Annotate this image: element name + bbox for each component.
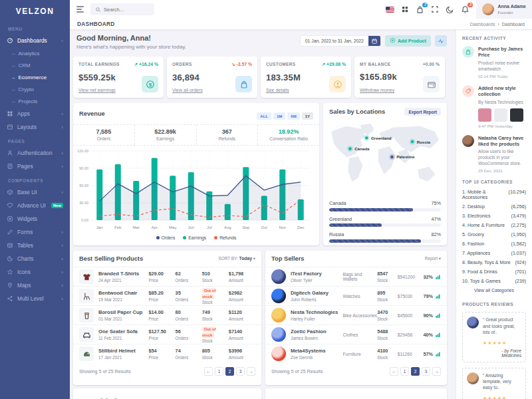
breadcrumb-item[interactable]: Dashboards bbox=[470, 22, 495, 27]
product-row[interactable]: Branded T-Shirts24 Apr 2021$29.00Price62… bbox=[73, 267, 261, 286]
stat-card-link[interactable]: View all orders bbox=[172, 88, 203, 92]
sidebar-item-layouts[interactable]: Layouts› bbox=[0, 120, 70, 134]
view-all-categories-link[interactable]: View all Categories bbox=[462, 288, 526, 293]
category-name: 10. Toys & Games bbox=[462, 279, 501, 284]
cart-icon[interactable]: 7 bbox=[416, 5, 424, 14]
multilevel-icon bbox=[7, 295, 13, 302]
date-range-picker[interactable]: 01 Jan, 2022 to 31 Jan, 2022 bbox=[300, 35, 381, 47]
seller-row[interactable]: iTest FactoryOliver TylerBags and Wallet… bbox=[265, 267, 447, 286]
range-button-all[interactable]: ALL bbox=[257, 112, 271, 120]
stat-card-link[interactable]: View net earnings bbox=[78, 88, 116, 92]
pagination-page-1[interactable]: 1 bbox=[215, 367, 223, 376]
category-row[interactable]: 2. Desktop(6,256) bbox=[462, 204, 526, 209]
location-percent: 82% bbox=[431, 231, 441, 237]
pagination-page-3[interactable]: 3 bbox=[422, 367, 430, 376]
notification-badge: 3 bbox=[467, 3, 473, 7]
sidebar-subitem-projects[interactable]: –Projects bbox=[0, 95, 70, 107]
stat-card-link[interactable]: See details bbox=[266, 88, 289, 92]
product-image[interactable] bbox=[478, 108, 491, 122]
stat-card-label: CUSTOMERS bbox=[266, 62, 295, 66]
language-flag-icon[interactable] bbox=[386, 7, 394, 13]
svg-text:Sep: Sep bbox=[242, 225, 249, 229]
sidebar-item-dashboards[interactable]: Dashboards› bbox=[0, 34, 70, 47]
product-row[interactable]: Borosil Paper Cup01 Mar 2021$14.00Price8… bbox=[73, 305, 261, 325]
category-row[interactable]: 5. Grocery(1,950) bbox=[462, 232, 526, 237]
sidebar-item-base-ui[interactable]: Base UI› bbox=[0, 186, 70, 199]
range-button-1y[interactable]: 1Y bbox=[302, 112, 313, 120]
menu-toggle-button[interactable] bbox=[76, 6, 84, 13]
product-image[interactable] bbox=[494, 108, 507, 122]
apps-grid-icon[interactable] bbox=[401, 5, 409, 13]
product-row[interactable]: Stillbird Helmet17 Jan 2021$54Price74Ord… bbox=[73, 344, 261, 363]
notifications-bell-icon[interactable]: 3 bbox=[461, 5, 469, 14]
pagination-page-3[interactable]: 3 bbox=[236, 367, 245, 376]
sidebar-item-pages[interactable]: Pages› bbox=[0, 160, 70, 173]
sidebar-item-icons[interactable]: Icons› bbox=[0, 265, 70, 279]
category-row[interactable]: 1. Mobile & Accessories(10,294) bbox=[462, 190, 526, 200]
product-orders: 35Orders bbox=[176, 290, 202, 302]
sidebar-item-maps[interactable]: Maps› bbox=[0, 279, 70, 292]
review-text: “ Amazing template, very easy to.. bbox=[483, 372, 521, 391]
sidebar-item-multi-level[interactable]: Multi Level› bbox=[0, 292, 70, 305]
sidebar-item-authentication[interactable]: Authentication› bbox=[0, 146, 70, 160]
sidebar-item-advance-ui[interactable]: Advance UINew bbox=[0, 199, 70, 212]
sidebar-subitem-analytics[interactable]: –Analytics bbox=[0, 47, 70, 59]
shopping-bag-icon bbox=[465, 49, 471, 55]
sidebar-subitem-crm[interactable]: –CRM bbox=[0, 59, 70, 71]
report-dropdown[interactable]: Report ▾ bbox=[425, 256, 441, 261]
seller-row[interactable]: Zoetic FashionJames BowenClothes5488Stoc… bbox=[265, 325, 447, 344]
pagination-page-2[interactable]: 2 bbox=[225, 367, 234, 376]
sidebar-item-tables[interactable]: Tables› bbox=[0, 239, 70, 252]
review-author: - by Force Medicines bbox=[483, 348, 521, 358]
activity-shortcut-button[interactable] bbox=[435, 35, 447, 47]
search-input[interactable] bbox=[104, 7, 150, 13]
revenue-legend: OrdersEarningsRefunds bbox=[73, 235, 319, 240]
results-summary: Showing 5 of 25 Results bbox=[79, 368, 131, 374]
stat-card-link[interactable]: Withdraw money bbox=[360, 88, 394, 92]
shopping-bag-icon bbox=[462, 46, 474, 58]
seller-owner: James Bowen bbox=[291, 336, 342, 340]
category-row[interactable]: 10. Toys & Games(239) bbox=[462, 279, 526, 284]
category-row[interactable]: 9. Food & Drinks(701) bbox=[462, 269, 526, 275]
star-rating: ★★★★★★ bbox=[483, 396, 507, 399]
pagination-prev[interactable]: ← bbox=[204, 367, 213, 376]
sidebar-item-charts[interactable]: Charts› bbox=[0, 252, 70, 265]
search-box[interactable] bbox=[90, 3, 154, 15]
pagination-next[interactable]: → bbox=[432, 367, 441, 376]
product-image[interactable] bbox=[510, 108, 523, 122]
sidebar-subitem-crypto[interactable]: –Crypto bbox=[0, 83, 70, 95]
category-row[interactable]: 3. Electronics(3,479) bbox=[462, 213, 526, 219]
sidebar-item-forms[interactable]: Forms› bbox=[0, 225, 70, 239]
category-row[interactable]: 4. Home & Furniture(2,275) bbox=[462, 223, 526, 228]
sort-by-control[interactable]: SORT BY: Today ▾ bbox=[218, 256, 255, 261]
sidebar-item-widgets[interactable]: Widgets bbox=[0, 212, 70, 225]
user-menu[interactable]: Anna Adame Founder bbox=[476, 0, 532, 19]
greeting: Good Morning, Anna! Here's what's happen… bbox=[76, 34, 186, 50]
calendar-icon[interactable] bbox=[368, 35, 380, 47]
seller-row[interactable]: Digitech GalaxyJohn RobertsWatches895Sto… bbox=[265, 286, 447, 305]
category-row[interactable]: 8. Beauty, Toys & More(924) bbox=[462, 260, 526, 265]
range-button-6m[interactable]: 6M bbox=[287, 112, 299, 120]
product-row[interactable]: One Seater Sofa11 Feb 2021$127.50Price56… bbox=[73, 325, 261, 344]
pagination-prev[interactable]: ← bbox=[390, 367, 398, 376]
forms-icon bbox=[7, 229, 13, 235]
breadcrumb-item[interactable]: Dashboard bbox=[502, 22, 525, 27]
sidebar-subitem-label: Projects bbox=[18, 98, 37, 104]
export-report-button[interactable]: Export Report bbox=[404, 108, 441, 116]
seller-row[interactable]: Nesta TechnologiesHarley FullerBike Acce… bbox=[265, 305, 447, 325]
seller-row[interactable]: Meta4SystemsZoe DennisFurniture4100Stock… bbox=[265, 344, 447, 363]
pagination-page-1[interactable]: 1 bbox=[400, 367, 409, 376]
fullscreen-icon[interactable] bbox=[431, 5, 439, 13]
sidebar-item-apps[interactable]: Apps› bbox=[0, 107, 70, 120]
product-row[interactable]: Bentwood Chair19 Mar 2021$85.20Price35Or… bbox=[73, 286, 261, 305]
sidebar-subitem-ecommerce[interactable]: –Ecommerce bbox=[0, 71, 70, 83]
pagination-page-2[interactable]: 2 bbox=[411, 367, 420, 376]
range-button-1m[interactable]: 1M bbox=[273, 112, 285, 120]
star-rating: ★★★★★ bbox=[483, 340, 507, 345]
category-row[interactable]: 7. Appliances(1,037) bbox=[462, 251, 526, 256]
brand-logo[interactable]: VELZON bbox=[0, 0, 70, 21]
category-row[interactable]: 6. Fashion(1,582) bbox=[462, 241, 526, 247]
add-product-button[interactable]: Add Product bbox=[385, 35, 431, 47]
pagination-next[interactable]: → bbox=[247, 367, 255, 376]
dark-mode-icon[interactable] bbox=[446, 5, 454, 14]
